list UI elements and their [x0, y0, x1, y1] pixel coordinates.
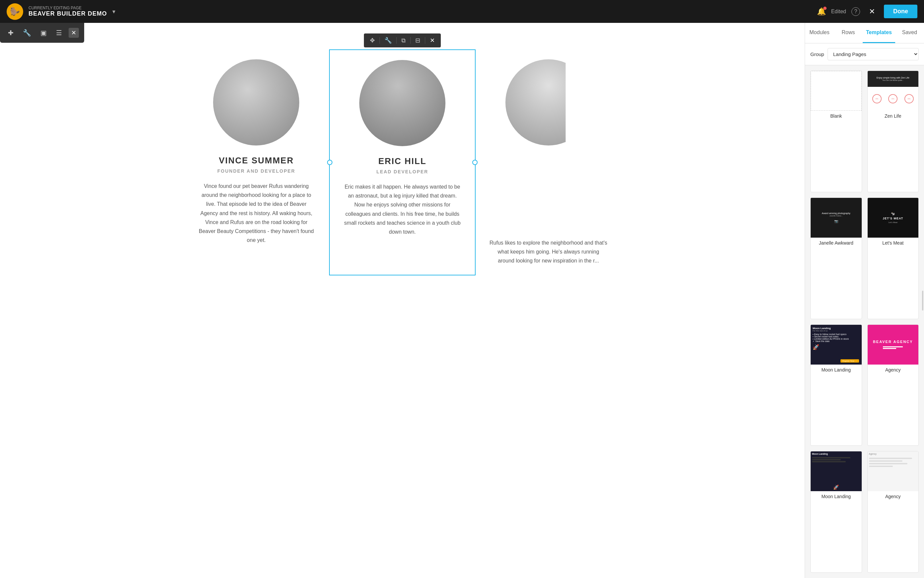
- rufus-bio: Rufus likes to explore the neighborhood …: [489, 238, 608, 265]
- team-member-eric[interactable]: ✥ 🔧 ⧉ ⊟ ✕ ERIC HILL LEAD DEVELOPER Eric …: [329, 49, 476, 275]
- template-letsmeat[interactable]: 🐄 JET'S MEAT Let's Meat Let's Meat: [867, 198, 919, 319]
- template-zenlife-thumb: Enjoy simple living with Zen LifeYour Ze…: [868, 71, 919, 111]
- row-wrench-button[interactable]: 🔧: [382, 36, 395, 45]
- notification-dot: [823, 6, 827, 10]
- template-agency2-name: Agency: [868, 491, 919, 502]
- eric-bio: Eric makes it all happen. He always want…: [343, 182, 462, 236]
- toolbar: ✚ 🔧 ▣ ☰ ✕: [0, 23, 84, 43]
- agency2-line-1: [869, 458, 913, 459]
- letsmeat-subtext: Let's Meat: [888, 221, 898, 223]
- template-letsmeat-name: Let's Meat: [868, 238, 919, 248]
- top-bar-right: 🔔 Edited ? ✕ Done: [817, 5, 924, 18]
- template-moon-thumb: Moon Landing For the rest of us • Easy t…: [811, 325, 862, 365]
- template-blank[interactable]: Blank: [810, 71, 862, 192]
- template-moon-name: Moon Landing: [811, 365, 862, 375]
- agency-line-1: [883, 346, 903, 347]
- toolbar-divider-3: [410, 37, 411, 44]
- filter-select[interactable]: Landing Pages Content Pages: [828, 48, 919, 60]
- template-blank-thumb: [811, 71, 862, 111]
- tab-rows[interactable]: Rows: [834, 23, 863, 43]
- moon2-thumb-image: Moon Landing 🚀: [811, 451, 862, 491]
- team-member-vince: VINCE SUMMER FOUNDER AND DEVELOPER Vince…: [184, 49, 329, 275]
- agency2-line-3: [869, 463, 908, 464]
- template-moon2-thumb: Moon Landing 🚀: [811, 451, 862, 491]
- agency2-title: Agency: [869, 453, 918, 455]
- moon2-rocket: 🚀: [812, 485, 861, 490]
- agency-lines: [883, 346, 903, 350]
- eric-role: LEAD DEVELOPER: [343, 169, 462, 174]
- blank-thumb-image: [811, 71, 862, 111]
- template-agency-name: Agency: [868, 365, 919, 375]
- scroll-indicator: [922, 291, 923, 310]
- zenlife-top-text: Enjoy simple living with Zen LifeYour Ze…: [877, 76, 909, 81]
- col-resize-right[interactable]: [472, 160, 477, 165]
- wrench-button[interactable]: 🔧: [20, 27, 34, 39]
- toolbar-divider-2: [396, 37, 397, 44]
- layout-button[interactable]: ▣: [38, 27, 49, 39]
- notification-button[interactable]: 🔔: [817, 7, 826, 16]
- template-janelle-thumb: Award winning photographyJanelle Awkw...…: [811, 198, 862, 238]
- moon2-line-3: [812, 461, 846, 462]
- template-janelle-name: Janelle Awkward: [811, 238, 862, 248]
- template-moon[interactable]: Moon Landing For the rest of us • Easy t…: [810, 325, 862, 446]
- agency2-thumb-image: Agency: [868, 451, 919, 491]
- template-blank-name: Blank: [811, 111, 862, 121]
- template-agency-thumb: BEAVER AGENCY: [868, 325, 919, 365]
- close-button[interactable]: ✕: [866, 5, 879, 18]
- moon-subtitle: For the rest of us: [813, 330, 828, 332]
- team-member-rufus: Rufus likes to explore the neighborhood …: [476, 49, 621, 275]
- template-janelle[interactable]: Award winning photographyJanelle Awkw...…: [810, 198, 862, 319]
- toolbar-divider-1: [380, 37, 380, 44]
- zenlife-thumb-image: Enjoy simple living with Zen LifeYour Ze…: [868, 71, 919, 111]
- janelle-text: Award winning photographyJanelle Awkw...: [822, 212, 851, 217]
- tab-modules[interactable]: Modules: [805, 23, 834, 43]
- team-section: VINCE SUMMER FOUNDER AND DEVELOPER Vince…: [171, 49, 634, 275]
- moon2-title: Moon Landing: [812, 453, 861, 455]
- menu-button[interactable]: ☰: [54, 27, 65, 39]
- zenlife-top: Enjoy simple living with Zen LifeYour Ze…: [868, 71, 919, 87]
- vince-photo-image: [213, 59, 299, 146]
- eric-name: ERIC HILL: [343, 156, 462, 166]
- done-button[interactable]: Done: [884, 5, 918, 18]
- top-bar-title: Currently Editing Page BEAVER BUILDER DE…: [29, 6, 107, 17]
- row-columns-button[interactable]: ⊟: [412, 36, 423, 45]
- template-zenlife[interactable]: Enjoy simple living with Zen LifeYour Ze…: [867, 71, 919, 192]
- dropdown-arrow[interactable]: ▾: [112, 8, 115, 15]
- add-button[interactable]: ✚: [5, 27, 16, 39]
- letsmeat-icon: 🐄: [891, 212, 895, 216]
- eric-photo-image: [359, 60, 445, 146]
- moon-cta: Register Now →: [841, 359, 859, 362]
- moon2-line-2: [812, 459, 841, 460]
- toolbar-close-button[interactable]: ✕: [68, 28, 79, 38]
- top-bar-left: 🦫 Currently Editing Page BEAVER BUILDER …: [0, 3, 115, 20]
- vince-photo: [213, 59, 299, 146]
- row-copy-button[interactable]: ⧉: [399, 36, 408, 45]
- help-button[interactable]: ?: [851, 7, 860, 16]
- moon-thumb-image: Moon Landing For the rest of us • Easy t…: [811, 325, 862, 365]
- eric-photo: [359, 60, 445, 146]
- editing-subtitle: Currently Editing Page: [29, 6, 107, 10]
- row-move-button[interactable]: ✥: [367, 36, 377, 45]
- col-resize-left[interactable]: [327, 160, 333, 165]
- letsmeat-text: JET'S MEAT: [883, 217, 903, 220]
- canvas: VINCE SUMMER FOUNDER AND DEVELOPER Vince…: [0, 23, 805, 578]
- vince-bio: Vince found our pet beaver Rufus wanderi…: [197, 182, 316, 245]
- toolbar-divider-4: [425, 37, 425, 44]
- template-moon2-name: Moon Landing: [811, 491, 862, 502]
- right-panel: Modules Rows Templates Saved Group Landi…: [805, 23, 924, 578]
- row-close-button[interactable]: ✕: [427, 36, 437, 45]
- agency2-line-4: [869, 466, 893, 467]
- moon-title: Moon Landing: [813, 327, 831, 330]
- moon-desc: • Easy to follow rocket fuel specs• Secr…: [813, 333, 849, 343]
- top-bar: 🦫 Currently Editing Page BEAVER BUILDER …: [0, 0, 924, 23]
- moon-astronaut-icon: 🚀: [813, 344, 819, 350]
- zen-circle-1: 0%: [872, 94, 882, 103]
- tab-templates[interactable]: Templates: [863, 23, 895, 43]
- template-moon2[interactable]: Moon Landing 🚀 Moon Landing: [810, 451, 862, 573]
- template-agency[interactable]: BEAVER AGENCY Agency: [867, 325, 919, 446]
- agency-text: BEAVER AGENCY: [873, 340, 913, 344]
- tab-saved[interactable]: Saved: [895, 23, 924, 43]
- panel-tabs: Modules Rows Templates Saved: [805, 23, 924, 44]
- templates-grid: Blank Enjoy simple living with Zen LifeY…: [805, 65, 924, 578]
- template-agency2[interactable]: Agency Agency: [867, 451, 919, 573]
